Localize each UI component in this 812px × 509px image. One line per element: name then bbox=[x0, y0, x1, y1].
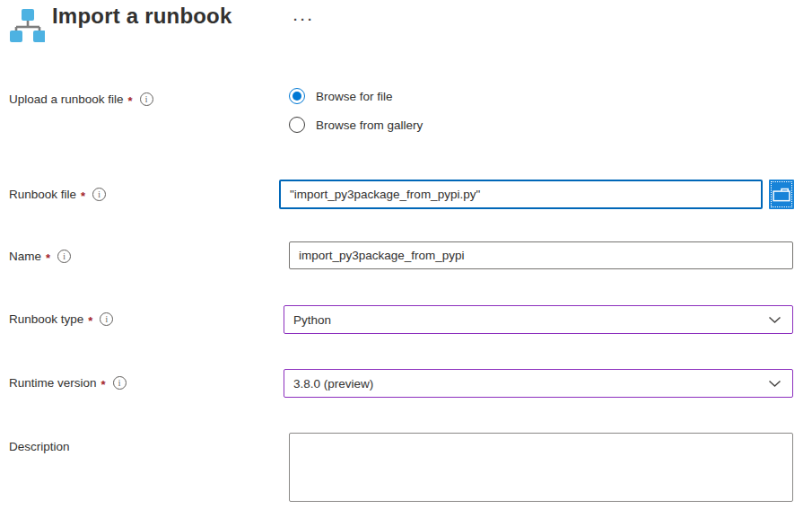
description-label: Description bbox=[9, 440, 70, 453]
radio-label: Browse for file bbox=[316, 90, 393, 103]
chevron-down-icon bbox=[768, 316, 781, 324]
name-input[interactable] bbox=[289, 241, 793, 269]
required-asterisk: * bbox=[128, 94, 133, 108]
radio-selected-icon[interactable] bbox=[289, 88, 305, 104]
required-asterisk: * bbox=[88, 314, 92, 328]
chevron-down-icon bbox=[768, 380, 781, 388]
runtime-version-dropdown[interactable]: 3.8.0 (preview) bbox=[284, 369, 793, 398]
required-asterisk: * bbox=[46, 251, 50, 265]
name-label: Name * i bbox=[9, 250, 71, 263]
runbook-file-input[interactable] bbox=[279, 180, 763, 209]
more-options-button[interactable]: ··· bbox=[291, 11, 318, 29]
radio-unselected-icon[interactable] bbox=[289, 117, 305, 133]
info-icon[interactable]: i bbox=[100, 312, 113, 326]
page-title: Import a runbook bbox=[52, 4, 232, 29]
info-icon[interactable]: i bbox=[92, 188, 106, 201]
runbook-file-label: Runbook file * i bbox=[9, 188, 106, 201]
runbook-type-dropdown[interactable]: Python bbox=[284, 305, 793, 334]
dropdown-selected-value: 3.8.0 (preview) bbox=[293, 377, 768, 391]
radio-label: Browse from gallery bbox=[316, 118, 423, 132]
info-icon[interactable]: i bbox=[113, 376, 127, 390]
runtime-version-label: Runtime version * i bbox=[9, 376, 127, 390]
browse-file-button[interactable] bbox=[769, 180, 794, 209]
required-asterisk: * bbox=[101, 378, 106, 391]
folder-icon bbox=[773, 188, 790, 202]
radio-browse-from-gallery[interactable]: Browse from gallery bbox=[289, 117, 423, 133]
description-textarea[interactable] bbox=[289, 433, 793, 502]
import-runbook-blade: Import a runbook ··· Upload a runbook fi… bbox=[0, 0, 812, 509]
dropdown-selected-value: Python bbox=[293, 313, 768, 327]
required-asterisk: * bbox=[81, 189, 85, 203]
info-icon[interactable]: i bbox=[57, 250, 71, 263]
runbook-org-chart-icon bbox=[9, 7, 45, 43]
runbook-type-label: Runbook type * i bbox=[9, 312, 113, 326]
upload-runbook-file-label: Upload a runbook file * i bbox=[9, 92, 153, 106]
info-icon[interactable]: i bbox=[140, 92, 153, 106]
radio-browse-for-file[interactable]: Browse for file bbox=[289, 88, 393, 104]
